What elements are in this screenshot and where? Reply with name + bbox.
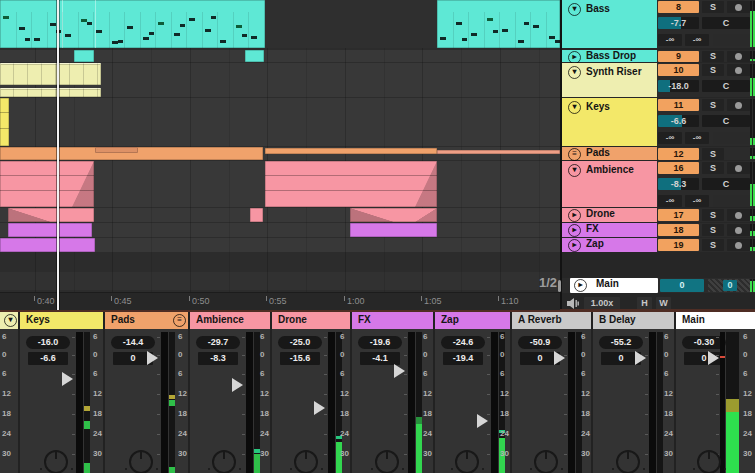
track-volume-box[interactable]: -7.7 (658, 17, 699, 29)
fader-handle[interactable] (708, 351, 719, 365)
bass-drop-clip[interactable] (245, 50, 264, 62)
track-header-bass-drop[interactable]: ▸Bass Drop9S (562, 50, 755, 62)
bass-clip[interactable] (0, 0, 265, 48)
track-header-zap[interactable]: ▸Zap19S (562, 238, 755, 252)
solo-button[interactable]: S (702, 209, 724, 221)
solo-button[interactable]: S (702, 224, 724, 236)
drone-clip[interactable] (350, 208, 437, 222)
send-b-box[interactable]: -∞ (685, 34, 709, 46)
playhead[interactable] (57, 0, 59, 310)
volume-display[interactable]: -19.4 (443, 352, 483, 365)
fold-toggle[interactable]: ▸ (568, 224, 581, 237)
track-number-box[interactable]: 10 (658, 64, 699, 76)
arm-button[interactable] (727, 99, 750, 111)
fx-clip[interactable] (8, 223, 92, 237)
fader-handle[interactable] (232, 378, 243, 392)
track-header-fx[interactable]: ▸FX18S (562, 223, 755, 237)
track-volume-box[interactable]: -8.3 (658, 178, 699, 190)
main-volume-box[interactable]: 0 (660, 279, 704, 292)
track-volume-box[interactable]: -6.6 (658, 115, 699, 127)
drone-clip[interactable] (250, 208, 263, 222)
drone-clip[interactable] (8, 208, 94, 222)
mixer-header-zap[interactable]: Zap (435, 312, 512, 329)
solo-button[interactable]: S (702, 99, 724, 111)
arm-button[interactable] (727, 239, 750, 251)
peak-level-display[interactable]: -19.6 (358, 336, 402, 349)
fader-track[interactable] (491, 332, 498, 473)
mixer-header-b-delay[interactable]: B Delay (593, 312, 676, 329)
fader-track[interactable] (649, 332, 656, 473)
solo-button[interactable]: S (702, 1, 724, 13)
pan-knob[interactable] (212, 450, 236, 473)
fold-toggle[interactable]: ▾ (568, 101, 581, 114)
track-header-synth-riser[interactable]: ▾Synth Riser10S-18.0C (562, 63, 755, 97)
fader-track[interactable] (328, 332, 335, 473)
fader-handle[interactable] (394, 364, 405, 378)
keys-clip[interactable] (0, 98, 9, 146)
synth-riser-clip[interactable] (0, 63, 101, 85)
pads-clip[interactable] (265, 148, 437, 154)
time-ruler[interactable]: 0:400:450:500:551:001:051:10 1/2 (0, 292, 560, 310)
track-number-box[interactable]: 11 (658, 99, 699, 111)
send-a-box[interactable]: -∞ (658, 195, 682, 207)
fader-handle[interactable] (635, 351, 646, 365)
send-a-box[interactable]: -∞ (658, 34, 682, 46)
fold-toggle[interactable]: ▾ (4, 314, 17, 327)
pan-knob[interactable] (455, 450, 479, 473)
track-number-box[interactable]: 16 (658, 162, 699, 174)
peak-level-display[interactable]: -50.9 (518, 336, 562, 349)
fold-toggle[interactable]: ▾ (568, 66, 581, 79)
track-header-ambience[interactable]: ▾Ambience16S-8.3C-∞-∞ (562, 161, 755, 207)
track-number-box[interactable]: 18 (658, 224, 699, 236)
fader-track[interactable] (161, 332, 168, 473)
fold-toggle[interactable]: ▸ (574, 279, 587, 292)
mixer-header-a-reverb[interactable]: A Reverb (512, 312, 593, 329)
pan-box[interactable]: C (702, 115, 750, 127)
bass-drop-clip[interactable] (74, 50, 94, 62)
fx-clip[interactable] (350, 223, 437, 237)
fold-toggle[interactable]: ▾ (568, 3, 581, 16)
arm-button[interactable] (727, 64, 750, 76)
pan-knob[interactable] (616, 450, 640, 473)
fader-track[interactable] (720, 332, 725, 473)
track-header-bass[interactable]: ▾Bass8S-7.7C-∞-∞ (562, 0, 755, 48)
crossfade-box[interactable]: 0 (708, 279, 752, 292)
mixer-header-ambience[interactable]: Ambience (190, 312, 272, 329)
vertical-scrollbar-nub[interactable] (558, 280, 561, 292)
fold-toggle[interactable]: ▸ (568, 209, 581, 222)
solo-button[interactable]: S (702, 148, 724, 160)
send-b-box[interactable]: -∞ (685, 195, 709, 207)
fader-track[interactable] (246, 332, 253, 473)
mixer-header-main[interactable]: Main (676, 312, 755, 329)
track-number-box[interactable]: 9 (658, 51, 699, 62)
peak-level-display[interactable]: -16.0 (26, 336, 70, 349)
arm-button[interactable] (727, 224, 750, 236)
send-b-box[interactable]: -∞ (685, 132, 709, 144)
arm-button[interactable] (727, 1, 750, 13)
pan-knob[interactable] (375, 450, 399, 473)
pan-knob[interactable] (294, 450, 318, 473)
track-header-drone[interactable]: ▸Drone17S (562, 208, 755, 222)
peak-level-display[interactable]: -25.0 (278, 336, 322, 349)
solo-button[interactable]: S (702, 51, 724, 62)
pads-clip[interactable] (437, 150, 560, 154)
ambience-clip[interactable] (265, 161, 437, 207)
take-lanes-icon[interactable]: ≡ (173, 314, 186, 327)
peak-level-display[interactable]: -24.6 (441, 336, 485, 349)
bass-clip[interactable] (437, 0, 560, 48)
arm-button[interactable] (727, 162, 750, 174)
peak-level-display[interactable]: -55.2 (599, 336, 643, 349)
mixer-header-pads[interactable]: Pads≡ (105, 312, 190, 329)
fader-track[interactable] (568, 332, 575, 473)
fader-track[interactable] (408, 332, 415, 473)
solo-button[interactable]: S (702, 64, 724, 76)
pan-knob[interactable] (44, 450, 68, 473)
track-header-keys[interactable]: ▾Keys11S-6.6C-∞-∞ (562, 98, 755, 146)
track-number-box[interactable]: 12 (658, 148, 699, 160)
fader-handle[interactable] (477, 414, 488, 428)
track-number-box[interactable]: 19 (658, 239, 699, 251)
track-volume-box[interactable]: -18.0 (658, 80, 699, 92)
pan-knob[interactable] (129, 450, 153, 473)
fold-toggle[interactable]: ▸ (568, 239, 581, 252)
arrangement-view[interactable]: 0:400:450:500:551:001:051:10 1/2 (0, 0, 560, 310)
